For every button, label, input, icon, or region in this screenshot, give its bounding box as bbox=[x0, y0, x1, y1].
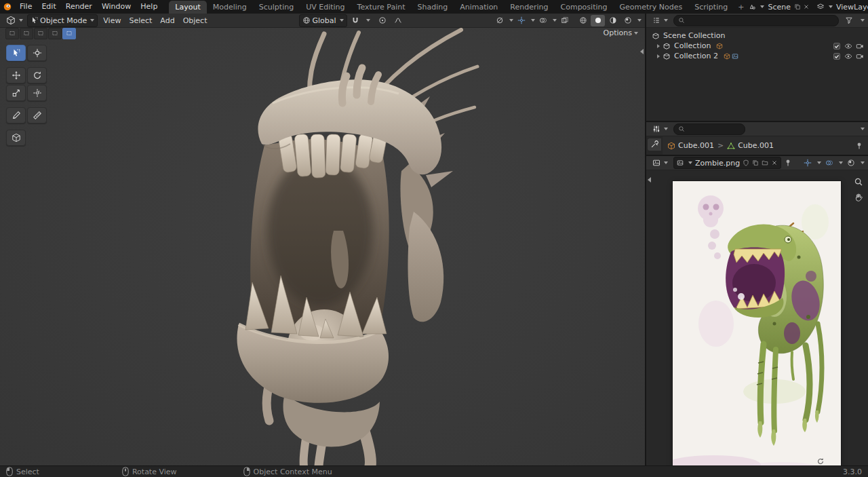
workspace-tab-rendering[interactable]: Rendering bbox=[504, 1, 554, 14]
viewlayer-icon[interactable] bbox=[816, 3, 825, 11]
scale-tool-button[interactable] bbox=[6, 85, 26, 101]
viewlayer-dropdown-icon[interactable] bbox=[829, 5, 833, 8]
pan-hand-icon[interactable] bbox=[854, 193, 863, 202]
checkbox-icon[interactable] bbox=[833, 42, 841, 50]
select-mode-subtract-icon[interactable] bbox=[34, 28, 47, 39]
render-camera-icon[interactable] bbox=[856, 52, 864, 60]
workspace-tab-layout[interactable]: Layout bbox=[169, 1, 206, 14]
menu-render[interactable]: Render bbox=[61, 0, 97, 14]
menu-view[interactable]: View bbox=[99, 16, 125, 25]
menu-file[interactable]: File bbox=[15, 0, 37, 14]
menu-select[interactable]: Select bbox=[125, 16, 156, 25]
move-tool-button[interactable] bbox=[6, 67, 26, 83]
pin-icon[interactable] bbox=[784, 159, 792, 167]
transform-tool-button[interactable] bbox=[27, 85, 47, 101]
hide-eye-icon[interactable] bbox=[844, 42, 852, 50]
panel-collapse-icon[interactable] bbox=[648, 177, 651, 183]
open-image-folder-icon[interactable] bbox=[762, 159, 768, 166]
rotate-tool-button[interactable] bbox=[27, 67, 47, 83]
scene-unlink-icon[interactable] bbox=[803, 3, 810, 10]
snap-toggle[interactable] bbox=[349, 15, 363, 26]
workspace-tab-sculpting[interactable]: Sculpting bbox=[253, 1, 300, 14]
editor-type-button[interactable] bbox=[3, 15, 26, 26]
overlays-toggle[interactable] bbox=[536, 15, 550, 26]
proportional-editing-toggle[interactable] bbox=[376, 15, 390, 26]
overlays-dropdown-icon[interactable] bbox=[553, 19, 557, 22]
image-gizmos-toggle[interactable] bbox=[800, 157, 814, 169]
breadcrumb-data-name[interactable]: Cube.001 bbox=[738, 141, 774, 150]
scene-name[interactable]: Scene bbox=[768, 3, 791, 12]
reference-image-zombie[interactable] bbox=[673, 181, 841, 466]
outliner-search-input[interactable] bbox=[673, 15, 839, 26]
xray-toggle[interactable] bbox=[557, 15, 572, 26]
image-name[interactable]: Zombie.png bbox=[695, 159, 740, 168]
checkbox-icon[interactable] bbox=[833, 52, 841, 60]
menu-window[interactable]: Window bbox=[97, 0, 136, 14]
select-mode-invert-icon[interactable] bbox=[48, 28, 62, 39]
image-display-settings-button[interactable] bbox=[844, 157, 858, 169]
hide-eye-icon[interactable] bbox=[844, 52, 852, 60]
pin-icon[interactable] bbox=[855, 142, 863, 150]
scene-dropdown-icon[interactable] bbox=[760, 5, 764, 8]
shading-dropdown-icon[interactable] bbox=[637, 19, 642, 22]
fake-user-shield-icon[interactable] bbox=[743, 159, 749, 166]
breadcrumb-object-name[interactable]: Cube.001 bbox=[678, 141, 714, 150]
object-visibility-dropdown[interactable] bbox=[492, 15, 507, 26]
workspace-tab-animation[interactable]: Animation bbox=[454, 1, 504, 14]
workspace-tab-compositing[interactable]: Compositing bbox=[555, 1, 614, 14]
image-browse-icon[interactable] bbox=[677, 159, 684, 166]
shading-rendered-button[interactable] bbox=[620, 15, 635, 26]
add-cube-tool-button[interactable] bbox=[6, 130, 26, 146]
properties-options-icon[interactable] bbox=[861, 128, 865, 130]
measure-tool-button[interactable] bbox=[27, 107, 47, 123]
image-overlays-toggle[interactable] bbox=[822, 157, 836, 169]
outliner-row-scene-collection[interactable]: Scene Collection bbox=[646, 31, 868, 41]
outliner-filter-button[interactable] bbox=[842, 15, 856, 26]
outliner-row-collection[interactable]: Collection bbox=[646, 41, 868, 51]
select-mode-new-icon[interactable] bbox=[5, 28, 19, 39]
scene-icon[interactable] bbox=[748, 3, 756, 11]
workspace-tab-uv-editing[interactable]: UV Editing bbox=[300, 1, 351, 14]
tab-tool-properties[interactable] bbox=[648, 138, 661, 151]
outliner-editor-type-button[interactable] bbox=[650, 15, 671, 26]
image-editor-type-button[interactable] bbox=[650, 157, 671, 169]
shading-wireframe-button[interactable] bbox=[576, 15, 590, 26]
shading-material-button[interactable] bbox=[606, 15, 620, 26]
proportional-falloff-dropdown[interactable] bbox=[391, 15, 406, 26]
menu-add[interactable]: Add bbox=[156, 16, 178, 25]
sculpted-monster-model[interactable] bbox=[0, 27, 645, 466]
unlink-image-icon[interactable] bbox=[771, 159, 778, 166]
cursor-tool-button[interactable] bbox=[27, 45, 47, 61]
zoom-icon[interactable] bbox=[854, 177, 863, 187]
workspace-tab-scripting[interactable]: Scripting bbox=[688, 1, 734, 14]
properties-editor-type-button[interactable] bbox=[650, 123, 671, 135]
properties-search-input[interactable] bbox=[673, 123, 745, 135]
select-mode-intersect-icon[interactable] bbox=[62, 28, 76, 39]
blender-logo-icon[interactable] bbox=[0, 0, 15, 14]
filter-dropdown-icon[interactable] bbox=[861, 19, 865, 22]
select-mode-extend-icon[interactable] bbox=[20, 28, 33, 39]
snap-dropdown-icon[interactable] bbox=[366, 19, 370, 22]
select-box-tool-button[interactable] bbox=[6, 45, 26, 61]
workspace-tab-geometry-nodes[interactable]: Geometry Nodes bbox=[613, 1, 688, 14]
duplicate-image-icon[interactable] bbox=[752, 159, 759, 166]
transform-orientation-dropdown[interactable]: Global bbox=[299, 14, 347, 27]
shading-solid-button[interactable] bbox=[591, 15, 605, 26]
scene-copy-icon[interactable] bbox=[794, 3, 801, 10]
gizmos-toggle[interactable] bbox=[514, 15, 528, 26]
annotate-tool-button[interactable] bbox=[6, 107, 26, 123]
menu-object[interactable]: Object bbox=[179, 16, 212, 25]
menu-edit[interactable]: Edit bbox=[37, 0, 60, 14]
expand-icon[interactable] bbox=[657, 44, 660, 48]
expand-icon[interactable] bbox=[657, 54, 660, 58]
mode-dropdown[interactable]: Object Mode bbox=[27, 14, 98, 27]
viewport-canvas[interactable]: Options bbox=[0, 27, 645, 466]
menu-help[interactable]: Help bbox=[136, 0, 162, 14]
image-browse-dropdown-icon[interactable] bbox=[688, 161, 692, 164]
outliner-row-collection-2[interactable]: Collection 2 bbox=[646, 51, 868, 61]
workspace-tab-texture-paint[interactable]: Texture Paint bbox=[351, 1, 412, 14]
viewlayer-name[interactable]: ViewLayer bbox=[836, 3, 868, 12]
workspace-tab-shading[interactable]: Shading bbox=[412, 1, 454, 14]
workspace-tab-modeling[interactable]: Modeling bbox=[207, 1, 253, 14]
viewport-options-dropdown[interactable]: Options bbox=[604, 28, 638, 37]
